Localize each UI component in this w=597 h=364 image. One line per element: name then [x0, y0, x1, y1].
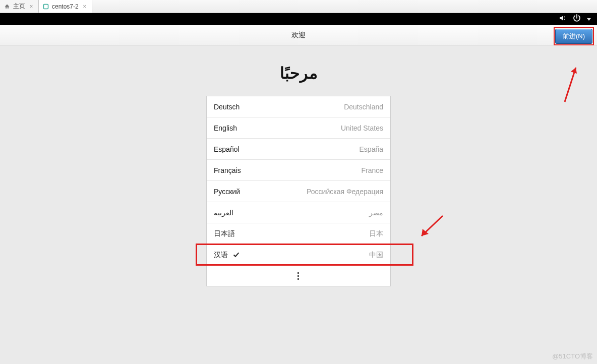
language-row[interactable]: EnglishUnited States: [207, 117, 390, 139]
svg-line-3: [422, 216, 443, 236]
language-country: United States: [341, 124, 383, 132]
language-name: Deutsch: [214, 103, 240, 111]
vm-system-tray: [0, 13, 597, 25]
vm-icon: [43, 4, 49, 10]
svg-marker-2: [571, 68, 577, 74]
more-languages-button[interactable]: [207, 266, 390, 286]
language-country: 中国: [369, 251, 383, 260]
language-name: Русский: [214, 188, 240, 196]
home-icon: [4, 4, 10, 10]
language-country: France: [361, 166, 383, 174]
watermark: @51CTO博客: [552, 352, 593, 361]
annotation-arrow-forward: [561, 60, 581, 106]
language-row[interactable]: РусскийРоссийская Федерация: [207, 181, 390, 202]
language-name: 汉语: [214, 251, 240, 260]
language-country: مصر: [369, 209, 383, 217]
tab-vm-close-icon[interactable]: ×: [82, 4, 88, 10]
app-tab-bar: 主页 × centos7-2 ×: [0, 0, 597, 13]
language-row[interactable]: 日本語日本: [207, 223, 390, 245]
language-country: Deutschland: [344, 103, 383, 111]
language-row[interactable]: EspañolEspaña: [207, 139, 390, 160]
language-row[interactable]: FrançaisFrance: [207, 160, 390, 181]
tab-vm[interactable]: centos7-2 ×: [39, 0, 92, 13]
language-name: Français: [214, 166, 241, 174]
power-icon[interactable]: [573, 14, 581, 24]
svg-marker-4: [422, 229, 429, 236]
volume-icon[interactable]: [559, 14, 567, 24]
language-name: العربية: [214, 209, 233, 217]
page-title: 欢迎: [291, 31, 306, 40]
annotation-arrow-row: [415, 212, 446, 242]
language-country: Российская Федерация: [307, 188, 383, 196]
language-row[interactable]: 汉语中国: [207, 245, 390, 266]
language-name: English: [214, 124, 237, 132]
language-country: 日本: [369, 229, 383, 238]
welcome-heading: مرحبًا: [280, 64, 318, 83]
check-icon: [233, 252, 240, 258]
content-area: مرحبًا DeutschDeutschlandEnglishUnited S…: [0, 45, 597, 364]
tab-home-close-icon[interactable]: ×: [28, 4, 34, 10]
tab-home[interactable]: 主页 ×: [0, 0, 39, 13]
language-name: 日本語: [214, 229, 235, 238]
annotation-highlight-forward: 前进(N): [554, 27, 594, 45]
tab-home-label: 主页: [13, 2, 25, 11]
more-icon: [297, 272, 300, 280]
tray-menu-caret-icon[interactable]: [587, 18, 591, 21]
language-list: DeutschDeutschlandEnglishUnited StatesEs…: [206, 96, 391, 286]
gnome-header: 欢迎 前进(N): [0, 25, 597, 45]
svg-rect-0: [44, 4, 48, 9]
svg-line-1: [565, 68, 576, 102]
language-country: España: [360, 145, 383, 153]
language-row[interactable]: DeutschDeutschland: [207, 96, 390, 117]
language-row[interactable]: العربيةمصر: [207, 202, 390, 223]
forward-button[interactable]: 前进(N): [555, 29, 592, 44]
language-name: Español: [214, 145, 240, 153]
tab-vm-label: centos7-2: [52, 3, 79, 10]
